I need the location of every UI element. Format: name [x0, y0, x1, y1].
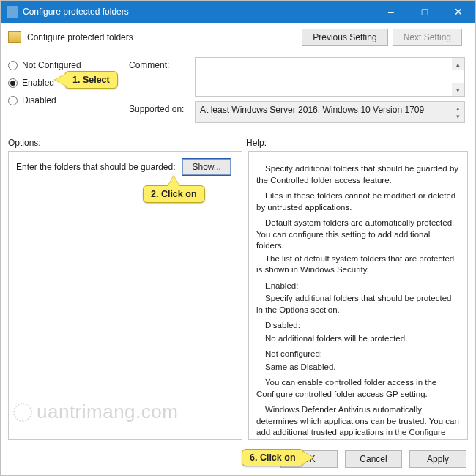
comment-input[interactable]: ▴ ▾: [195, 57, 465, 97]
help-text: Specify additional folders that should b…: [256, 163, 460, 440]
radio-label: Enabled: [22, 78, 54, 88]
fields-column: Comment: ▴ ▾ Supported on: At least Wind…: [129, 57, 468, 127]
help-line: Specify additional folders that should b…: [256, 293, 460, 316]
supported-on-value: At least Windows Server 2016, Windows 10…: [195, 101, 465, 123]
window-title: Configure protected folders: [23, 7, 374, 17]
radio-label: Disabled: [22, 95, 56, 105]
ok-button[interactable]: OK: [280, 450, 338, 468]
help-line: You can enable controlled folder access …: [256, 377, 460, 400]
config-area: Not Configured Enabled Disabled Comment:…: [1, 51, 475, 129]
help-line: Enabled:: [256, 280, 460, 292]
policy-icon: [8, 31, 21, 43]
dialog-buttons: OK Cancel Apply: [1, 445, 475, 475]
help-line: The list of default system folders that …: [256, 253, 460, 276]
cancel-button[interactable]: Cancel: [345, 450, 402, 468]
options-heading: Options:: [8, 138, 246, 148]
nav-buttons: Previous Setting Next Setting: [302, 29, 462, 46]
help-heading: Help:: [246, 138, 468, 148]
radio-label: Not Configured: [22, 60, 81, 70]
maximize-button[interactable]: □: [408, 1, 442, 23]
scroll-down-icon[interactable]: ▾: [452, 83, 464, 96]
titlebar: Configure protected folders – □ ✕: [1, 1, 475, 23]
comment-label: Comment:: [129, 57, 195, 97]
options-panel: Enter the folders that should be guarded…: [8, 151, 242, 440]
enter-folders-label: Enter the folders that should be guarded…: [16, 162, 175, 172]
state-radio-group: Not Configured Enabled Disabled: [8, 57, 129, 127]
help-line: Not configured:: [256, 349, 460, 360]
radio-icon: [8, 78, 18, 88]
comment-row: Comment: ▴ ▾: [129, 57, 468, 97]
show-button[interactable]: Show...: [182, 159, 230, 175]
radio-icon: [8, 61, 18, 70]
help-line: Specify additional folders that should b…: [256, 163, 460, 186]
scroll-up-icon[interactable]: ▴: [452, 58, 464, 70]
radio-enabled[interactable]: Enabled: [8, 78, 129, 88]
options-row: Enter the folders that should be guarded…: [16, 159, 234, 175]
scroll-down-icon[interactable]: ▾: [452, 110, 464, 122]
panels: Enter the folders that should be guarded…: [1, 151, 475, 445]
help-line: Same as Disabled.: [256, 362, 460, 373]
next-setting-button[interactable]: Next Setting: [393, 29, 462, 46]
help-line: Disabled:: [256, 320, 460, 332]
close-button[interactable]: ✕: [442, 1, 475, 23]
minimize-button[interactable]: –: [374, 1, 408, 23]
previous-setting-button[interactable]: Previous Setting: [302, 29, 387, 46]
help-panel: Specify additional folders that should b…: [248, 151, 468, 440]
apply-button[interactable]: Apply: [409, 450, 466, 468]
gpo-editor-window: Configure protected folders – □ ✕ Config…: [0, 0, 476, 476]
radio-icon: [8, 96, 18, 105]
help-line: Files in these folders cannot be modifie…: [256, 190, 460, 213]
supported-text: At least Windows Server 2016, Windows 10…: [200, 105, 424, 115]
radio-not-configured[interactable]: Not Configured: [8, 60, 129, 70]
window-controls: – □ ✕: [374, 1, 475, 23]
page-title: Configure protected folders: [27, 32, 302, 42]
supported-label: Supported on:: [129, 101, 195, 123]
supported-row: Supported on: At least Windows Server 20…: [129, 101, 468, 123]
mid-labels: Options: Help:: [1, 129, 475, 151]
app-icon: [7, 6, 18, 18]
radio-disabled[interactable]: Disabled: [8, 95, 129, 105]
help-line: Default system folders are automatically…: [256, 217, 460, 252]
help-line: Windows Defender Antivirus automatically…: [256, 404, 460, 440]
help-line: No additional folders will be protected.: [256, 333, 460, 345]
header-row: Configure protected folders Previous Set…: [1, 23, 475, 51]
